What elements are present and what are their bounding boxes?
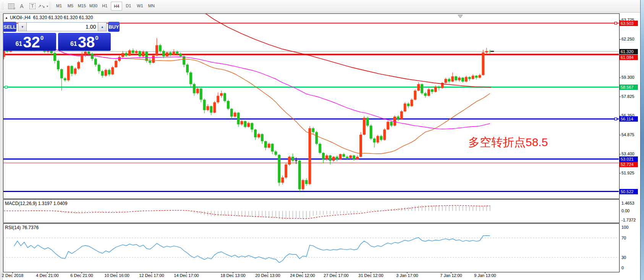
time-axis-label: 14 Dec 17:00 (174, 273, 199, 278)
grid-f-label: F (14, 7, 16, 10)
time-axis-label: 2 Dec 2018 (2, 273, 23, 278)
sell-price-pips: 32 (23, 35, 40, 49)
macd-tick-label: 1.4653 (621, 201, 634, 205)
arrows-tool-icon[interactable]: ↗↘ ▼ (38, 2, 49, 11)
timeframe-H4[interactable]: H4 (111, 2, 122, 11)
volume-input[interactable] (27, 22, 98, 31)
time-axis-label: 12 Dec 17:00 (139, 273, 164, 278)
volume-decrease-button[interactable]: ▼ (18, 22, 27, 31)
buy-price-pips: 38 (78, 35, 95, 49)
chart-title-text: UKOil-,H4 61.320 61.320 61.320 61.320 (10, 15, 93, 20)
text-label-glyph: T (29, 3, 35, 9)
macd-tick-label: -1.7372 (621, 218, 636, 222)
price-line-badge-56.114: 56.114 (620, 116, 638, 122)
time-axis-label: 6 Dec 21:00 (70, 273, 93, 278)
window-splitter[interactable] (1, 13, 3, 280)
price-tick-label: 51.925 (621, 171, 634, 175)
price-tick-label: 57.825 (621, 94, 634, 99)
price-tick-label: 59.300 (621, 75, 634, 80)
sell-price-point: 0 (40, 34, 44, 41)
time-axis-label: 7 Jan 12:00 (440, 273, 462, 278)
last-price-marker (490, 51, 494, 52)
chart-title: ▲UKOil-,H4 61.320 61.320 61.320 61.320 (5, 15, 93, 20)
price-line-badge-58.567: 58.567 (620, 85, 638, 90)
time-axis-label: 9 Jan 13:00 (474, 273, 496, 278)
price-line-badge-52.724: 52.724 (620, 162, 638, 167)
price-line-badge-50.522: 50.522 (620, 189, 638, 194)
rsi-tick-label: 70 (621, 236, 626, 240)
rsi-tick-label: 30 (621, 255, 626, 260)
time-axis-label: 27 Dec 17:00 (324, 273, 348, 278)
time-axis-label: 24 Dec 12:00 (290, 273, 315, 278)
arrows-glyph-icon: ↗↘ (38, 4, 45, 9)
timeframe-MN[interactable]: MN (146, 2, 157, 10)
price-tick-label: 62.250 (621, 37, 634, 41)
time-axis-label: 31 Dec 12:00 (358, 273, 383, 278)
grid-glyph-icon (8, 3, 15, 9)
text-tool-icon[interactable]: A (16, 2, 27, 11)
macd-tick-label: 0.00 (621, 208, 629, 213)
timeframe-D1[interactable]: D1 (123, 2, 134, 10)
toolbar-grip[interactable] (2, 2, 4, 10)
buy-price-tile[interactable]: 61 38 0 (58, 33, 111, 51)
buy-button[interactable]: BUY (108, 22, 119, 32)
timeframe-M30[interactable]: M30 (88, 2, 99, 10)
one-click-trading-panel: SELL ▼ ▲ BUY 61 32 0 61 38 0 (3, 22, 111, 51)
buy-price-point: 0 (95, 34, 98, 41)
time-axis-label: 20 Dec 13:00 (255, 273, 280, 278)
window-edge (640, 0, 644, 280)
price-line-badge-53.021: 53.021 (620, 156, 638, 162)
timeframe-H1[interactable]: H1 (99, 2, 110, 10)
price-line-badge-61.084: 61.084 (620, 55, 638, 60)
text-label-tool-icon[interactable]: T (27, 2, 38, 11)
sell-price-tile[interactable]: 61 32 0 (3, 33, 56, 51)
volume-increase-button[interactable]: ▲ (98, 22, 107, 31)
price-tick-label: 53.400 (621, 151, 634, 156)
timeframe-W1[interactable]: W1 (134, 2, 145, 10)
timeframe-M1[interactable]: M1 (53, 2, 64, 10)
time-axis-label: 4 Dec 21:00 (36, 273, 58, 278)
line-handle[interactable] (5, 86, 7, 88)
rsi-tick-label: 0 (621, 265, 624, 270)
rsi-tick-label: 100 (621, 225, 628, 230)
rsi-panel (3, 224, 620, 272)
collapse-triangle-icon[interactable]: ▲ (5, 16, 8, 20)
rsi-label: RSI(14) 76.7376 (5, 225, 39, 230)
line-handle[interactable] (615, 22, 617, 24)
toolbar: F A T ↗↘ ▼ M1M5M15M30H1H4D1W1MN (0, 0, 641, 13)
chevron-down-icon: ▼ (46, 5, 49, 8)
timeframe-M15[interactable]: M15 (76, 2, 87, 10)
mt4-window: F A T ↗↘ ▼ M1M5M15M30H1H4D1W1MN ▲UKOil-,… (0, 0, 644, 280)
time-axis-label: 3 Jan 17:00 (396, 273, 418, 278)
timeframe-group: M1M5M15M30H1H4D1W1MN (53, 2, 157, 11)
volume-stepper: ▼ ▲ (18, 22, 107, 31)
chart-annotation[interactable]: 多空转折点58.5 (468, 135, 548, 150)
time-axis-label: 10 Dec 16:00 (104, 273, 129, 278)
sell-price-whole: 61 (15, 41, 22, 47)
toolbar-grip[interactable] (49, 2, 51, 10)
price-line-badge-63.503: 63.503 (620, 21, 638, 26)
time-axis-label: 18 Dec 13:00 (220, 273, 245, 278)
line-handle[interactable] (615, 118, 617, 120)
price-tick-label: 54.875 (621, 132, 634, 137)
chart-grid-icon[interactable]: F (6, 2, 16, 11)
macd-label: MACD(12,26,9) 1.3197 1.0409 (5, 201, 67, 206)
buy-price-whole: 61 (70, 41, 77, 47)
sell-button[interactable]: SELL (3, 22, 16, 32)
timeframe-M5[interactable]: M5 (65, 2, 76, 10)
price-line-badge-61.320: 61.320 (620, 49, 638, 54)
